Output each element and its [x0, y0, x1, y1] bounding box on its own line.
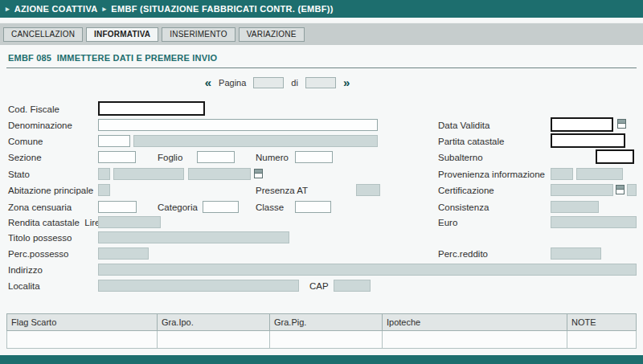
- localita-label: Localita: [8, 280, 40, 292]
- presenza-at-field: [356, 184, 380, 196]
- breadcrumb-arrow-icon: ▸: [6, 5, 10, 13]
- col-ipoteche: Ipoteche: [383, 314, 567, 331]
- breadcrumb-embf[interactable]: EMBF (SITUAZIONE FABBRICATI CONTR. (EMBF…: [111, 4, 333, 14]
- euro-field: [551, 216, 637, 228]
- stato-label: Stato: [8, 169, 30, 180]
- stato-data-field: [188, 168, 251, 180]
- next-page-button[interactable]: »: [343, 77, 350, 88]
- numero-input[interactable]: [295, 151, 333, 163]
- provenienza-2-field: [576, 168, 623, 180]
- comune-desc-field: [133, 135, 378, 147]
- foglio-input[interactable]: [197, 151, 235, 163]
- col-note: NOTE: [567, 314, 637, 331]
- bottom-bar: [0, 355, 643, 364]
- cod-fiscale-input[interactable]: [98, 101, 205, 116]
- cell-ipoteche: [383, 331, 567, 349]
- categoria-label: Categoria: [158, 202, 198, 213]
- classe-label: Classe: [256, 202, 284, 213]
- di-label: di: [291, 78, 298, 88]
- embf-screen: ▸ AZIONE COATTIVA ▸ EMBF (SITUAZIONE FAB…: [0, 0, 643, 364]
- tab-strip: CANCELLAZION INFORMATIVA INSERIMENTO VAR…: [0, 22, 643, 45]
- perc-reddito-label: Perc.reddito: [438, 248, 488, 260]
- subalterno-label: Subalterno: [438, 152, 483, 163]
- certificazione-field: [551, 184, 613, 196]
- abitazione-principale-label: Abitazione principale: [8, 185, 93, 196]
- page-total-input[interactable]: [305, 77, 336, 88]
- indirizzo-label: Indirizzo: [8, 264, 43, 276]
- stato-flag-field: [98, 168, 110, 180]
- status-message: EMBF 085 IMMETTERE DATI E PREMERE INVIO: [8, 53, 217, 63]
- euro-label: Euro: [438, 217, 457, 228]
- cod-fiscale-label: Cod. Fiscale: [8, 104, 59, 115]
- cap-field: [334, 280, 371, 292]
- provenienza-label: Provenienza informazione: [438, 169, 545, 180]
- presenza-at-label: Presenza AT: [256, 185, 308, 196]
- numero-label: Numero: [256, 152, 289, 163]
- form-area: Cod. Fiscale Denominazione Data Validita…: [0, 96, 643, 304]
- prev-page-button[interactable]: «: [205, 77, 211, 88]
- cell-flag-scarto: [7, 331, 158, 349]
- perc-reddito-field: [551, 247, 601, 260]
- breadcrumb-azione-coattiva[interactable]: AZIONE COATTIVA: [14, 4, 98, 14]
- results-table: Flag Scarto Gra.Ipo. Gra.Pig. Ipoteche N…: [6, 313, 637, 349]
- cell-note: [567, 331, 637, 349]
- comune-label: Comune: [8, 136, 43, 147]
- comune-code-input[interactable]: [98, 135, 130, 147]
- col-flag-scarto: Flag Scarto: [7, 314, 158, 331]
- classe-input[interactable]: [295, 201, 331, 213]
- cell-gra-pig: [270, 331, 383, 349]
- titolo-possesso-label: Titolo possesso: [8, 232, 72, 243]
- indirizzo-field: [98, 264, 637, 276]
- col-gra-pig: Gra.Pig.: [270, 314, 383, 331]
- rendita-lire-field: [98, 216, 161, 228]
- localita-field: [98, 280, 299, 292]
- provenienza-1-field: [551, 168, 573, 180]
- abitazione-principale-field: [98, 184, 110, 196]
- tab-cancellazione[interactable]: CANCELLAZION: [3, 27, 83, 42]
- partita-catastale-input[interactable]: [551, 133, 625, 148]
- pagina-label: Pagina: [219, 78, 246, 88]
- perc-possesso-field: [98, 247, 149, 260]
- tab-informativa[interactable]: INFORMATIVA: [86, 27, 158, 42]
- zona-censuaria-label: Zona censuaria: [8, 202, 72, 213]
- stato-calendar-icon[interactable]: [254, 169, 263, 178]
- consistenza-label: Consistenza: [438, 202, 489, 213]
- rendita-catastale-label: Rendita catastale Lire: [8, 217, 100, 228]
- top-bar: ▸ AZIONE COATTIVA ▸ EMBF (SITUAZIONE FAB…: [0, 0, 643, 18]
- zona-censuaria-input[interactable]: [98, 201, 137, 213]
- table-row[interactable]: [7, 331, 637, 349]
- data-validita-input[interactable]: [551, 117, 613, 132]
- page-number-input[interactable]: [253, 77, 284, 88]
- tab-variazione[interactable]: VARIAZIONE: [239, 27, 305, 42]
- cell-gra-ipo: [158, 331, 270, 349]
- denominazione-input[interactable]: [98, 119, 378, 131]
- certificazione-calendar-icon[interactable]: [616, 185, 625, 194]
- tab-inserimento[interactable]: INSERIMENTO: [162, 27, 235, 42]
- foglio-label: Foglio: [158, 152, 182, 163]
- titolo-possesso-field: [98, 231, 289, 243]
- perc-possesso-label: Perc.possesso: [8, 248, 68, 260]
- stato-desc-field: [113, 168, 184, 180]
- certificazione-label: Certificazione: [438, 185, 494, 196]
- consistenza-field: [551, 201, 599, 213]
- table-header-row: Flag Scarto Gra.Ipo. Gra.Pig. Ipoteche N…: [7, 314, 637, 331]
- pagination: « Pagina di »: [0, 77, 555, 88]
- subalterno-input[interactable]: [596, 149, 634, 164]
- sezione-label: Sezione: [8, 152, 42, 163]
- partita-catastale-label: Partita catastale: [438, 136, 504, 147]
- breadcrumb-arrow-icon: ▸: [103, 5, 107, 13]
- cap-label: CAP: [309, 280, 329, 292]
- categoria-input[interactable]: [203, 201, 239, 213]
- divider: [6, 67, 637, 68]
- denominazione-label: Denominazione: [8, 120, 72, 131]
- certificazione-2-field: [627, 184, 637, 196]
- data-validita-calendar-icon[interactable]: [617, 119, 626, 129]
- data-validita-label: Data Validita: [438, 120, 489, 131]
- sezione-input[interactable]: [98, 151, 136, 163]
- col-gra-ipo: Gra.Ipo.: [158, 314, 270, 331]
